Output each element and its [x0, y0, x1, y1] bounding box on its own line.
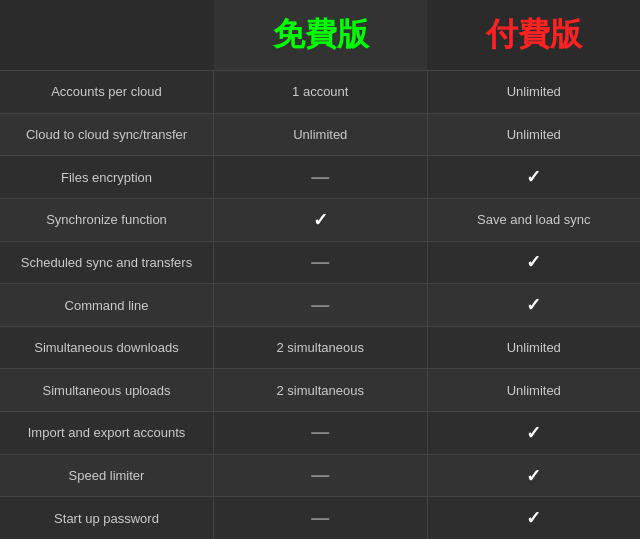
dash-icon: — — [311, 422, 329, 443]
paid-cell: Unlimited — [428, 327, 641, 369]
table-row: Synchronize function✓Save and load sync — [0, 198, 640, 241]
header-paid: 付費版 — [427, 0, 640, 70]
table-row: Cloud to cloud sync/transferUnlimitedUnl… — [0, 113, 640, 156]
free-cell: — — [214, 455, 428, 497]
feature-cell: Command line — [0, 284, 214, 326]
paid-cell: ✓ — [428, 455, 641, 497]
feature-cell: Simultaneous downloads — [0, 327, 214, 369]
dash-icon: — — [311, 508, 329, 529]
free-cell: — — [214, 156, 428, 198]
feature-cell: Scheduled sync and transfers — [0, 242, 214, 284]
free-label: 免費版 — [273, 13, 369, 57]
feature-cell: Cloud to cloud sync/transfer — [0, 114, 214, 156]
feature-cell: Files encryption — [0, 156, 214, 198]
paid-cell: ✓ — [428, 284, 641, 326]
check-icon: ✓ — [526, 294, 541, 316]
paid-label: 付費版 — [486, 13, 582, 57]
data-rows: Accounts per cloud1 accountUnlimitedClou… — [0, 70, 640, 539]
table-row: Start up password—✓ — [0, 496, 640, 539]
dash-icon: — — [311, 465, 329, 486]
feature-cell: Start up password — [0, 497, 214, 539]
header-empty — [0, 0, 214, 70]
table-row: Simultaneous uploads2 simultaneousUnlimi… — [0, 368, 640, 411]
paid-cell: Unlimited — [428, 114, 641, 156]
free-cell: 2 simultaneous — [214, 327, 428, 369]
dash-icon: — — [311, 295, 329, 316]
check-icon: ✓ — [526, 465, 541, 487]
free-cell: — — [214, 497, 428, 539]
comparison-table: 免費版 付費版 Accounts per cloud1 accountUnlim… — [0, 0, 640, 539]
free-cell: 2 simultaneous — [214, 369, 428, 411]
table-row: Command line—✓ — [0, 283, 640, 326]
dash-icon: — — [311, 167, 329, 188]
free-cell: — — [214, 412, 428, 454]
feature-cell: Accounts per cloud — [0, 71, 214, 113]
feature-cell: Import and export accounts — [0, 412, 214, 454]
paid-cell: Save and load sync — [428, 199, 641, 241]
header-free: 免費版 — [214, 0, 427, 70]
table-row: Simultaneous downloads2 simultaneousUnli… — [0, 326, 640, 369]
table-row: Accounts per cloud1 accountUnlimited — [0, 70, 640, 113]
check-icon: ✓ — [526, 507, 541, 529]
dash-icon: — — [311, 252, 329, 273]
paid-cell: ✓ — [428, 497, 641, 539]
free-cell: — — [214, 284, 428, 326]
table-row: Scheduled sync and transfers—✓ — [0, 241, 640, 284]
free-cell: — — [214, 242, 428, 284]
free-cell: 1 account — [214, 71, 428, 113]
table-row: Speed limiter—✓ — [0, 454, 640, 497]
header-row: 免費版 付費版 — [0, 0, 640, 70]
check-icon: ✓ — [313, 209, 328, 231]
check-icon: ✓ — [526, 422, 541, 444]
paid-cell: Unlimited — [428, 369, 641, 411]
table-row: Files encryption—✓ — [0, 155, 640, 198]
check-icon: ✓ — [526, 166, 541, 188]
paid-cell: ✓ — [428, 156, 641, 198]
paid-cell: Unlimited — [428, 71, 641, 113]
check-icon: ✓ — [526, 251, 541, 273]
free-cell: Unlimited — [214, 114, 428, 156]
feature-cell: Synchronize function — [0, 199, 214, 241]
feature-cell: Speed limiter — [0, 455, 214, 497]
paid-cell: ✓ — [428, 412, 641, 454]
table-row: Import and export accounts—✓ — [0, 411, 640, 454]
free-cell: ✓ — [214, 199, 428, 241]
paid-cell: ✓ — [428, 242, 641, 284]
feature-cell: Simultaneous uploads — [0, 369, 214, 411]
